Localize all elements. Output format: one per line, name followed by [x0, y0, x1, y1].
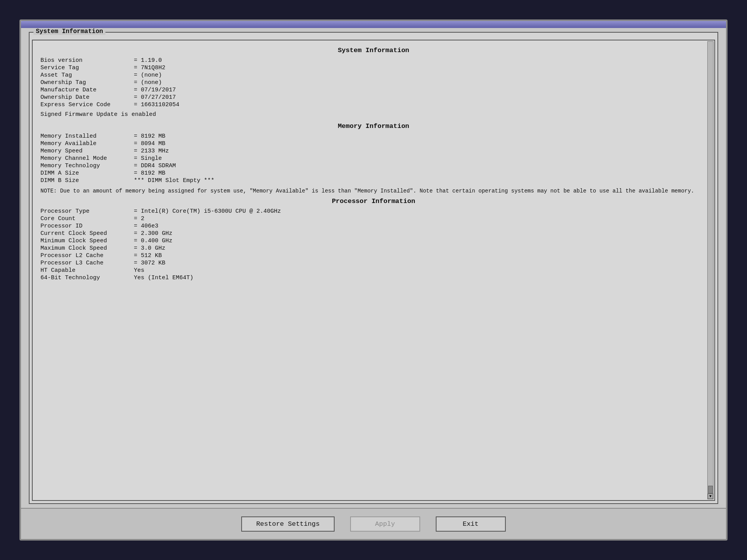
- maximum-clock-speed-value: = 3.0 GHz: [134, 245, 165, 252]
- dimm-b-size-label: DIMM B Size: [40, 177, 134, 184]
- memory-installed-row: Memory Installed = 8192 MB: [40, 133, 707, 140]
- processor-l3-cache-label: Processor L3 Cache: [40, 260, 134, 266]
- processor-id-row: Processor ID = 406e3: [40, 223, 707, 229]
- scrollbar-down-arrow[interactable]: ▼: [708, 494, 713, 499]
- processor-info-table: Processor Type = Intel(R) Core(TM) i5-63…: [40, 208, 707, 281]
- express-service-code-row: Express Service Code = 16631102054: [40, 102, 707, 108]
- processor-type-value: = Intel(R) Core(TM) i5-6300U CPU @ 2.40G…: [134, 208, 281, 215]
- processor-l3-cache-value: = 3072 KB: [134, 260, 165, 266]
- top-bar: [21, 21, 726, 28]
- main-content: System Information System Information Bi…: [21, 28, 726, 508]
- inner-panel: System Information Bios version = 1.19.0…: [32, 40, 715, 501]
- manufacture-date-row: Manufacture Date = 07/19/2017: [40, 87, 707, 93]
- restore-settings-button[interactable]: Restore Settings: [241, 516, 334, 532]
- core-count-label: Core Count: [40, 215, 134, 222]
- 64bit-technology-label: 64-Bit Technology: [40, 275, 134, 281]
- service-tag-value: = 7N1Q8H2: [134, 65, 165, 71]
- manufacture-date-label: Manufacture Date: [40, 87, 134, 93]
- core-count-row: Core Count = 2: [40, 215, 707, 222]
- express-service-code-value: = 16631102054: [134, 102, 179, 108]
- ownership-tag-row: Ownership Tag = (none): [40, 79, 707, 86]
- ht-capable-value: Yes: [134, 267, 144, 274]
- memory-channel-mode-row: Memory Channel Mode = Single: [40, 155, 707, 162]
- memory-channel-mode-label: Memory Channel Mode: [40, 155, 134, 162]
- ht-capable-row: HT Capable Yes: [40, 267, 707, 274]
- outer-box-title: System Information: [33, 28, 105, 35]
- system-info-table: Bios version = 1.19.0 Service Tag = 7N1Q…: [40, 57, 707, 108]
- minimum-clock-speed-label: Minimum Clock Speed: [40, 238, 134, 244]
- processor-l2-cache-value: = 512 KB: [134, 252, 162, 259]
- processor-type-label: Processor Type: [40, 208, 134, 215]
- current-clock-speed-row: Current Clock Speed = 2.300 GHz: [40, 230, 707, 237]
- processor-type-row: Processor Type = Intel(R) Core(TM) i5-63…: [40, 208, 707, 215]
- ht-capable-label: HT Capable: [40, 267, 134, 274]
- memory-installed-label: Memory Installed: [40, 133, 134, 140]
- memory-available-label: Memory Available: [40, 140, 134, 147]
- processor-id-value: = 406e3: [134, 223, 158, 229]
- processor-id-label: Processor ID: [40, 223, 134, 229]
- exit-button[interactable]: Exit: [436, 516, 506, 532]
- memory-available-row: Memory Available = 8094 MB: [40, 140, 707, 147]
- ownership-date-label: Ownership Date: [40, 94, 134, 101]
- 64bit-technology-row: 64-Bit Technology Yes (Intel EM64T): [40, 275, 707, 281]
- dimm-a-size-row: DIMM A Size = 8192 MB: [40, 170, 707, 177]
- dimm-a-size-label: DIMM A Size: [40, 170, 134, 177]
- memory-technology-label: Memory Technology: [40, 163, 134, 169]
- memory-available-value: = 8094 MB: [134, 140, 165, 147]
- minimum-clock-speed-value: = 0.400 GHz: [134, 238, 172, 244]
- core-count-value: = 2: [134, 215, 144, 222]
- outer-box: System Information System Information Bi…: [29, 32, 718, 504]
- processor-l2-cache-row: Processor L2 Cache = 512 KB: [40, 252, 707, 259]
- ownership-tag-label: Ownership Tag: [40, 79, 134, 86]
- dimm-b-size-row: DIMM B Size *** DIMM Slot Empty ***: [40, 177, 707, 184]
- bios-version-row: Bios version = 1.19.0: [40, 57, 707, 64]
- asset-tag-label: Asset Tag: [40, 72, 134, 79]
- current-clock-speed-label: Current Clock Speed: [40, 230, 134, 237]
- processor-l2-cache-label: Processor L2 Cache: [40, 252, 134, 259]
- maximum-clock-speed-row: Maximum Clock Speed = 3.0 GHz: [40, 245, 707, 252]
- bottom-bar: Restore Settings Apply Exit: [21, 508, 726, 539]
- ownership-date-row: Ownership Date = 07/27/2017: [40, 94, 707, 101]
- asset-tag-row: Asset Tag = (none): [40, 72, 707, 79]
- 64bit-technology-value: Yes (Intel EM64T): [134, 275, 193, 281]
- asset-tag-value: = (none): [134, 72, 162, 79]
- scrollbar[interactable]: ▼: [707, 41, 714, 499]
- service-tag-label: Service Tag: [40, 65, 134, 71]
- apply-button[interactable]: Apply: [350, 516, 420, 532]
- memory-technology-row: Memory Technology = DDR4 SDRAM: [40, 163, 707, 169]
- ownership-date-value: = 07/27/2017: [134, 94, 176, 101]
- dimm-a-size-value: = 8192 MB: [134, 170, 165, 177]
- memory-speed-label: Memory Speed: [40, 148, 134, 154]
- manufacture-date-value: = 07/19/2017: [134, 87, 176, 93]
- system-info-title: System Information: [40, 47, 707, 54]
- dimm-b-size-value: *** DIMM Slot Empty ***: [134, 177, 214, 184]
- memory-channel-mode-value: = Single: [134, 155, 162, 162]
- memory-technology-value: = DDR4 SDRAM: [134, 163, 176, 169]
- bios-screen: System Information System Information Bi…: [19, 19, 728, 541]
- processor-info-title: Processor Information: [40, 198, 707, 205]
- maximum-clock-speed-label: Maximum Clock Speed: [40, 245, 134, 252]
- processor-l3-cache-row: Processor L3 Cache = 3072 KB: [40, 260, 707, 266]
- memory-info-title: Memory Information: [40, 122, 707, 130]
- memory-speed-row: Memory Speed = 2133 MHz: [40, 148, 707, 154]
- bios-version-label: Bios version: [40, 57, 134, 64]
- memory-speed-value: = 2133 MHz: [134, 148, 169, 154]
- scrollbar-thumb[interactable]: [708, 486, 713, 494]
- service-tag-row: Service Tag = 7N1Q8H2: [40, 65, 707, 71]
- firmware-note: Signed Firmware Update is enabled: [40, 111, 707, 118]
- memory-installed-value: = 8192 MB: [134, 133, 165, 140]
- memory-info-table: Memory Installed = 8192 MB Memory Availa…: [40, 133, 707, 184]
- express-service-code-label: Express Service Code: [40, 102, 134, 108]
- minimum-clock-speed-row: Minimum Clock Speed = 0.400 GHz: [40, 238, 707, 244]
- memory-note: NOTE: Due to an amount of memory being a…: [40, 187, 707, 195]
- current-clock-speed-value: = 2.300 GHz: [134, 230, 172, 237]
- ownership-tag-value: = (none): [134, 79, 162, 86]
- scroll-area: System Information Bios version = 1.19.0…: [33, 40, 714, 500]
- bios-version-value: = 1.19.0: [134, 57, 162, 64]
